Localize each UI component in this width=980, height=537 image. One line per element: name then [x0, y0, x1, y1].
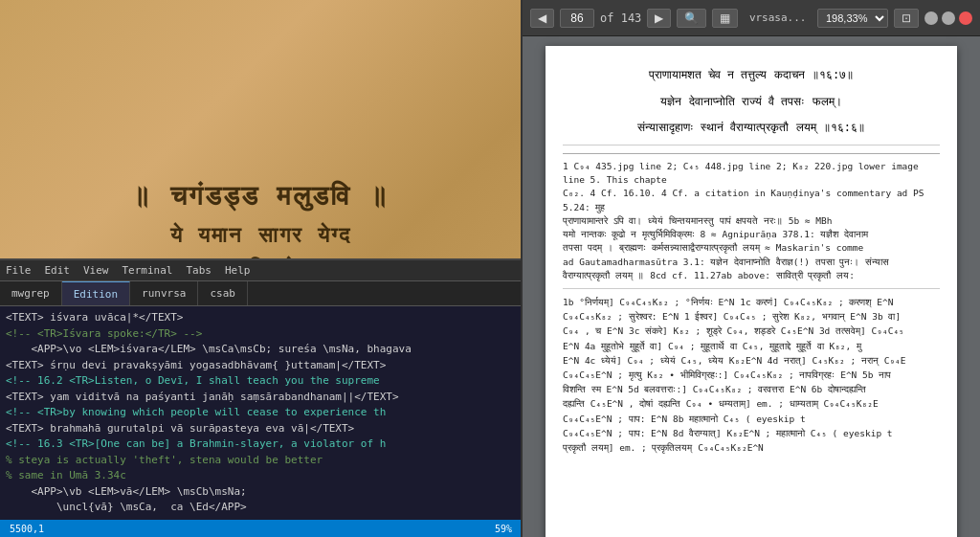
pdf-close-btn[interactable]: ✕ [959, 11, 972, 25]
pdf-sanskrit-verse2: यज्ञेन देवानाप्नोति राज्यं वै तपसः फलम्। [563, 92, 940, 113]
tab-runvrsa[interactable]: runvrsa [130, 281, 198, 305]
sanskrit-line-1: ॥ चगंडड्ड मलुडवि ॥ [132, 175, 390, 218]
pdf-next-btn[interactable]: ▶ [647, 9, 671, 28]
editor-window: File Edit View Terminal Tabs Help mwgrep… [0, 258, 522, 537]
menu-tabs[interactable]: Tabs [186, 264, 212, 277]
menu-file[interactable]: File [6, 264, 32, 277]
pdf-minimize-btn[interactable]: – [924, 11, 938, 25]
code-line-3: <APP>\vo <LEM>iśvara</LEM> \msCa\msCb; s… [0, 342, 522, 358]
pdf-window-controls: – □ ✕ [924, 11, 972, 25]
pdf-apparatus: 1b °निर्णयम्] C₉₄C₄₅K₈₂ ; °निर्णयः E^N 1… [563, 295, 940, 455]
pdf-toolbar: ◀ of 143 ▶ 🔍 ▦ vrsasa... 198,33% ⊡ – □ ✕ [523, 0, 980, 36]
apparatus-10: C₉₄C₄₅E^N ; पाप: E^N 8d वैराग्यात्] K₈₂E… [563, 426, 940, 440]
code-line-7: <!-- <TR>by knowing which people will ce… [0, 405, 522, 421]
code-line-1: <TEXT> iśvara uvāca|*</TEXT> [0, 310, 522, 326]
pdf-window: ◀ of 143 ▶ 🔍 ▦ vrsasa... 198,33% ⊡ – □ ✕… [521, 0, 980, 537]
editor-content: <TEXT> iśvara uvāca|*</TEXT> <!-- <TR>Iś… [0, 306, 522, 516]
editor-tabs: mwgrep Edition runvrsa csab [0, 281, 522, 306]
apparatus-1: 1b °निर्णयम्] C₉₄C₄₅K₈₂ ; °निर्णयः E^N 1… [563, 295, 940, 309]
menu-help[interactable]: Help [225, 264, 251, 277]
apparatus-2: C₉₄C₄₅K₈₂ ; सुरेश्वर: E^N 1 ईश्वर] C₉₄C₄… [563, 309, 940, 324]
apparatus-8: दह्यन्ति C₄₅E^N , दोषां दह्यन्ति C₉₄ • ध… [563, 396, 940, 411]
footnote-2: C₀₂. 4 Cf. 16.10. 4 Cf. a citation in Ka… [563, 187, 940, 214]
sanskrit-line-2: ये यमान सागर येग्द [170, 218, 351, 252]
apparatus-9: C₉₄C₄₅E^N ; पाप: E^N 8b महात्मानो C₄₅ ( … [563, 412, 940, 426]
cursor-position: 5500,1 [10, 524, 44, 534]
pdf-zoom-select[interactable]: 198,33% [817, 9, 888, 28]
pdf-page: प्राणायामशत चेव न तत्तुल्य कदाचन ॥१६:७॥ … [546, 46, 957, 537]
scroll-percent: 59% [495, 524, 512, 534]
apparatus-3: C₉₄ , च E^N 3c संकरे] K₈₂ ; शूड्रे C₉₄, … [563, 324, 940, 338]
pdf-thumb-btn[interactable]: ▦ [712, 9, 738, 28]
code-line-11: % same in Umā 3.34c [0, 468, 522, 484]
pdf-prev-btn[interactable]: ◀ [530, 9, 554, 28]
code-line-6: <TEXT> yam viditvā na paśyanti janāḥ saṃ… [0, 390, 522, 406]
code-line-13: \uncl{vā} \msCa, ca \Ed</APP> [0, 500, 522, 516]
editor-statusbar: 5500,1 59% [0, 520, 522, 537]
apparatus-4: E^N 4a मुहूतोभे मुहूर्ते वा] C₉₄ ; मुहूत… [563, 339, 940, 353]
apparatus-5: E^N 4c ध्येयं] C₉₄ ; ध्येयं C₄₅, ध्येय K… [563, 353, 940, 368]
code-line-2: <!-- <TR>Iśvara spoke:</TR> --> [0, 326, 522, 343]
code-line-8: <TEXT> brahmahā gurutalpi vā surāpasteya… [0, 421, 522, 437]
pdf-footnotes: 1 C₉₄ 435.jpg line 2; C₄₅ 448.jpg line 2… [563, 153, 940, 282]
pdf-content[interactable]: प्राणायामशत चेव न तत्तुल्य कदाचन ॥१६:७॥ … [523, 36, 980, 537]
pdf-fit-btn[interactable]: ⊡ [894, 9, 919, 28]
footnote-3: प्राणायामान्तरे ऽपि वा। ध्येयं चिन्तयमान… [563, 214, 940, 228]
footnote-7: वैराग्यात्प्रकृतौ लयम् ॥ 8cd cf. 11.27ab… [563, 269, 940, 282]
footnote-4: यमो नान्तकः कूढो न मृत्युर्भिमिविक्रमः 8… [563, 228, 940, 241]
pdf-maximize-btn[interactable]: □ [942, 11, 955, 25]
apparatus-11: प्रकृतौ लयम्] em. ; प्रकृतिलयम् C₉₄C₄₅K₈… [563, 440, 940, 455]
pdf-sanskrit-verse1: प्राणायामशत चेव न तत्तुल्य कदाचन ॥१६:७॥ [563, 65, 940, 86]
pdf-title: vrsasa... [744, 11, 812, 24]
pdf-of-label: of 143 [600, 11, 641, 25]
tab-csab[interactable]: csab [198, 281, 248, 305]
code-line-10: % steya is actually 'theft', stena would… [0, 453, 522, 469]
pdf-page-input[interactable] [560, 9, 594, 28]
menu-edit[interactable]: Edit [45, 264, 71, 277]
menu-view[interactable]: View [83, 264, 109, 277]
apparatus-7: विशन्ति स्म E^N 5d बलवत्तराः:] C₉₄C₄₅K₈₂… [563, 382, 940, 396]
apparatus-6: C₉₄C₄₅E^N ; मृत्यु K₈₂ • भीमिविग्रहः:] C… [563, 368, 940, 382]
footnote-6: ad Gautamadharmasūtra 3.1: यज्ञेन देवाना… [563, 256, 940, 269]
footnote-5: तपसा पदम् । ब्राह्मणः कर्मसन्न्यासाद्वैर… [563, 241, 940, 255]
footnote-1: 1 C₉₄ 435.jpg line 2; C₄₅ 448.jpg line 2… [563, 160, 940, 188]
editor-menubar: File Edit View Terminal Tabs Help [0, 260, 522, 281]
code-line-12: <APP>\vb <LEM>vā</LEM> \msCb\msNa; [0, 484, 522, 501]
tab-edition[interactable]: Edition [62, 281, 130, 305]
pdf-sanskrit-verse3: संन्यासादृहाणः स्थानं वैराग्यात्प्रकृतौ … [563, 118, 940, 139]
code-line-5: <!-- 16.2 <TR>Listen, o Devī, I shall te… [0, 373, 522, 390]
code-line-4: <TEXT> śrṇu devi pravakṣyāmi yogasadbhāv… [0, 358, 522, 374]
pdf-search-btn[interactable]: 🔍 [677, 9, 706, 28]
code-line-9: <!-- 16.3 <TR>[One can be] a Brahmin-sla… [0, 436, 522, 453]
tab-mwgrep[interactable]: mwgrep [0, 281, 62, 305]
menu-terminal[interactable]: Terminal [122, 264, 173, 277]
